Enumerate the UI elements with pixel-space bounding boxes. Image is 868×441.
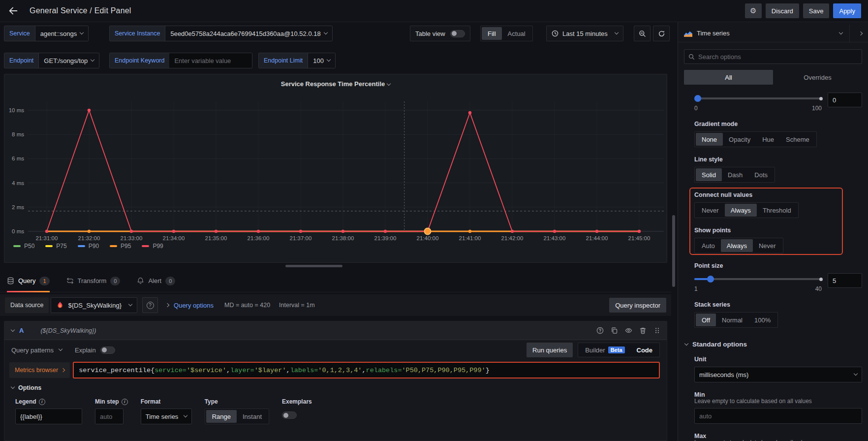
option-never[interactable]: Never [696,204,725,217]
variable-endpoint-limit[interactable]: Endpoint Limit 100 [258,53,336,68]
legend-item-p50[interactable]: P50 [13,243,34,250]
format-select[interactable]: Time series [141,409,192,424]
min-step-input[interactable] [95,409,124,424]
option-never[interactable]: Never [753,239,782,252]
legend-item-p75[interactable]: P75 [45,243,66,250]
slider-handle[interactable] [694,95,701,102]
option-normal[interactable]: Normal [716,314,748,326]
query-patterns-dropdown[interactable]: Query patterns [11,346,62,354]
options-scope-tabs: All Overrides [684,70,862,85]
option-100-[interactable]: 100% [748,314,776,326]
editor-tabs: Query 1 Transform 0 Alert 0 [0,270,671,292]
tab-all[interactable]: All [684,70,773,85]
svg-text:8 ms: 8 ms [12,131,24,137]
query-code-input[interactable]: service_percentile{service='$service', l… [73,362,660,378]
option-scheme[interactable]: Scheme [780,133,815,146]
point-size-value[interactable]: 5 [828,273,862,288]
option-opacity[interactable]: Opacity [723,133,756,146]
drag-handle-icon[interactable] [653,327,661,334]
chevron-right-icon [61,368,65,372]
legend-swatch [78,245,85,247]
panel-settings-button[interactable]: ⚙ [745,3,762,18]
option-off[interactable]: Off [696,314,716,326]
back-arrow-icon[interactable] [8,5,19,16]
option-builder[interactable]: Builder Beta [579,344,630,356]
query-help-icon[interactable] [596,327,604,334]
run-queries-button[interactable]: Run queries [527,343,573,357]
legend-item-p99[interactable]: P99 [142,243,163,250]
option-code[interactable]: Code [631,344,659,356]
eye-icon[interactable] [625,327,632,334]
standard-options-collapse[interactable]: Standard options [678,341,868,348]
option-dots[interactable]: Dots [748,168,774,181]
option-actual[interactable]: Actual [502,27,531,40]
endpoint-keyword-input[interactable] [169,53,252,68]
tab-overrides[interactable]: Overrides [773,70,862,85]
tab-transform-label: Transform [78,277,107,284]
horizontal-scrollbar[interactable] [285,265,342,267]
legend-item-p90[interactable]: P90 [78,243,99,250]
option-fill[interactable]: Fill [482,27,502,40]
zoom-out-button[interactable] [634,26,651,41]
tab-alert[interactable]: Alert 0 [137,270,175,292]
option-range[interactable]: Range [206,410,237,423]
show-points-switch: AutoAlwaysNever [694,238,783,253]
search-options-field[interactable] [684,49,862,64]
legend-item-p95[interactable]: P95 [110,243,131,250]
duplicate-icon[interactable] [611,327,618,334]
query-options-toggle[interactable]: Query options [174,302,214,309]
save-button[interactable]: Save [803,3,830,18]
interval-summary: Interval = 1m [279,302,315,309]
unit-select[interactable]: milliseconds (ms) [694,367,862,382]
variable-endpoint-limit-label: Endpoint Limit [259,53,308,68]
query-row-header[interactable]: A (${DS_SkyWalking}) [4,321,667,340]
option-dash[interactable]: Dash [722,168,748,181]
exemplars-field: Exemplars [282,398,312,420]
datasource-help-button[interactable]: ? [142,297,158,313]
vertical-scrollbar[interactable] [672,215,675,287]
variable-service-instance[interactable]: Service Instance 5eed0e5758a244aca6e7699… [109,26,333,41]
option-always[interactable]: Always [721,239,753,252]
time-series-chart[interactable]: 21:31:0021:32:0021:33:0021:34:0021:35:00… [4,74,667,262]
exemplars-toggle[interactable] [282,411,297,419]
point-size-slider[interactable] [694,276,822,283]
builder-code-switch: Builder Beta Code [578,343,660,357]
tab-query[interactable]: Query 1 [7,270,50,292]
legend-label: P50 [24,243,34,250]
metrics-browser-toggle[interactable]: Metrics browser [9,362,70,378]
discard-button[interactable]: Discard [766,3,799,18]
slider-handle[interactable] [707,276,714,283]
top-bar: General Service / Edit Panel ⚙ Discard S… [0,0,868,22]
search-options-input[interactable] [698,50,858,63]
sidebar-collapse-button[interactable] [849,25,862,42]
magnifier-minus-icon [639,30,646,37]
legend-input[interactable] [15,409,82,424]
option-instant[interactable]: Instant [237,410,268,423]
variable-endpoint[interactable]: Endpoint GET:/songs/top [4,53,99,68]
chevron-down-icon [80,31,84,34]
option-hue[interactable]: Hue [756,133,780,146]
option-always[interactable]: Always [725,204,757,217]
datasource-picker[interactable]: ${DS_SkyWalking} [51,297,137,313]
visualization-picker[interactable]: Time series [678,25,868,42]
min-input[interactable] [694,408,862,424]
variable-service[interactable]: Service agent::songs [4,26,89,41]
query-inspector-button[interactable]: Query inspector [609,298,666,313]
fill-opacity-value[interactable]: 0 [828,93,862,107]
tab-transform[interactable]: Transform 0 [66,270,121,292]
option-auto[interactable]: Auto [696,239,721,252]
option-solid[interactable]: Solid [696,168,722,181]
explain-toggle[interactable] [100,346,115,354]
legend-label: P95 [121,243,131,250]
gear-icon: ⚙ [750,6,756,15]
time-range-picker[interactable]: Last 15 minutes [546,26,623,41]
table-view-toggle[interactable] [450,30,465,37]
option-threshold[interactable]: Threshold [757,204,797,217]
refresh-button[interactable] [653,26,670,41]
show-points-field: Show points AutoAlwaysNever [678,227,868,253]
option-none[interactable]: None [696,133,723,146]
fill-opacity-slider[interactable] [694,95,822,102]
trash-icon[interactable] [639,327,647,334]
options-collapse[interactable]: Options [11,384,660,391]
apply-button[interactable]: Apply [833,3,861,18]
